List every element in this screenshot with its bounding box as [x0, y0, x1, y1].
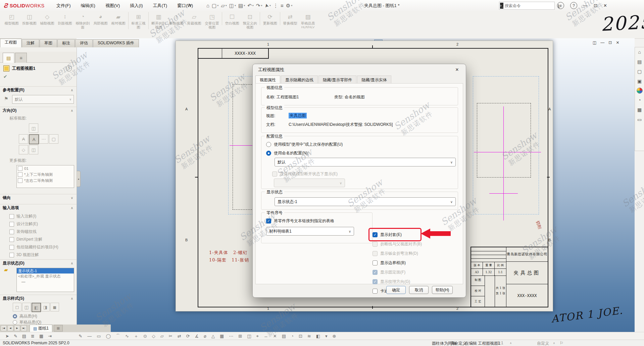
sketch-tool-icon[interactable]: ➤: [5, 334, 9, 339]
select-icon[interactable]: ➤▾: [264, 3, 271, 9]
panel-help-icon[interactable]: ?: [66, 65, 72, 71]
import-option[interactable]: 输入注解(I): [9, 212, 58, 220]
command-search[interactable]: >_ ▾: [499, 2, 555, 10]
configuration-tab[interactable]: ≡: [15, 53, 27, 63]
import-option[interactable]: 3D 视图注解: [9, 251, 58, 259]
view-list-item[interactable]: *左右二等角轴测: [17, 178, 74, 184]
menu-item[interactable]: 视图(V): [105, 3, 120, 9]
next-sheet-icon[interactable]: ▶: [14, 325, 20, 331]
menu-item[interactable]: 文件(F): [56, 3, 71, 9]
display-state-item[interactable]: <前处理>_外观 显示状态: [17, 274, 74, 279]
ribbon-button[interactable]: ▨ 草稿品质 HLR/HLV: [299, 12, 317, 29]
sketch-tool-icon[interactable]: ⇥: [48, 334, 52, 339]
menu-item[interactable]: 插入(I): [130, 3, 143, 9]
sketch-tool-icon[interactable]: ∿: [125, 333, 129, 339]
open-icon[interactable]: ▱▾: [221, 3, 227, 9]
ribbon-button[interactable]: ◕ 局部视图: [92, 12, 109, 25]
display-option-checkbox[interactable]: 显示固定面(F): [373, 267, 422, 277]
wireframe-style-button[interactable]: ◻: [13, 303, 21, 311]
sketch-tool-icon[interactable]: ✎: [14, 334, 17, 339]
ribbon-button[interactable]: ◔ 移除的剖面: [74, 12, 92, 29]
ok-check-icon[interactable]: ✔: [3, 74, 7, 79]
sketch-tool-icon[interactable]: ◔: [291, 333, 294, 339]
display-option-checkbox[interactable]: 显示边界框(B): [373, 258, 422, 267]
hidden-lines-visible-button[interactable]: ◫: [22, 303, 31, 311]
command-tab[interactable]: 草图: [40, 39, 57, 47]
view-orientation-button[interactable]: ◇: [19, 145, 28, 154]
import-option[interactable]: 装饰螺纹线: [9, 228, 58, 236]
named-config-select[interactable]: 默认 ∨: [275, 158, 456, 166]
previous-sheet-icon[interactable]: ◀: [7, 325, 13, 331]
display-pane-icon[interactable]: ≡: [281, 3, 284, 8]
sketch-tool-icon[interactable]: ✂: [169, 333, 172, 339]
ribbon-button[interactable]: ⟳ 更新视图: [260, 12, 279, 25]
view-orientation-button[interactable]: ⋯: [39, 134, 48, 144]
task-pane-icon[interactable]: ◔: [636, 97, 643, 103]
chevron-up-icon[interactable]: ∧: [71, 261, 73, 265]
property-manager-tab[interactable]: ▤: [3, 53, 14, 63]
sketch-tool-icon[interactable]: —: [87, 333, 92, 339]
last-sheet-icon[interactable]: ▶|: [21, 325, 27, 331]
sketch-tool-icon[interactable]: ◯: [106, 333, 111, 339]
sketch-tool-icon[interactable]: ≋: [307, 333, 311, 339]
cancel-button[interactable]: 取消: [409, 286, 429, 294]
sketch-tool-icon[interactable]: ⊙: [143, 333, 147, 339]
view-orientation-button[interactable]: A: [29, 134, 39, 144]
sketch-tool-icon[interactable]: ▦: [39, 334, 43, 339]
checkbox-icon[interactable]: [9, 245, 14, 250]
undo-icon[interactable]: ↶▾: [247, 3, 254, 9]
ribbon-button[interactable]: ↕ 剖面视图: [56, 12, 74, 25]
command-tab[interactable]: 注解: [22, 39, 39, 47]
chevron-up-icon[interactable]: ∧: [71, 88, 73, 92]
chevron-up-icon[interactable]: ∧: [510, 342, 512, 345]
sketch-tool-icon[interactable]: ▾: [325, 333, 328, 339]
sketch-tool-icon[interactable]: ▭: [97, 333, 101, 339]
ribbon-button[interactable]: ◫ 投影视图: [20, 12, 38, 25]
sketch-tool-icon[interactable]: ⟳: [186, 333, 190, 339]
chevron-down-icon[interactable]: ∨: [71, 196, 73, 200]
section-orientation[interactable]: 方向(O) ∧: [0, 107, 77, 114]
checkbox-icon[interactable]: [9, 222, 14, 227]
sketch-tool-icon[interactable]: ⊞: [238, 333, 242, 339]
units-selector[interactable]: 自定义: [537, 341, 549, 346]
command-tab[interactable]: 工程图: [0, 39, 21, 47]
restore-button[interactable]: ⊡: [594, 3, 597, 8]
bom-table-select[interactable]: 材料明细表1 ∨: [266, 227, 354, 236]
use-current-config-radio[interactable]: 使用模型"使用中"或上次保存的配置(U): [266, 142, 343, 147]
first-sheet-icon[interactable]: |◀: [1, 325, 7, 331]
sketch-tool-icon[interactable]: ◇: [152, 333, 155, 339]
checkbox-icon[interactable]: [18, 172, 22, 177]
display-state-item-selected[interactable]: 显示状态-1: [17, 268, 74, 274]
view-list-item[interactable]: 01: [17, 165, 74, 171]
ribbon-button[interactable]: ⇄ 替换模型: [280, 12, 299, 25]
command-tab[interactable]: SOLIDWORKS 插件: [93, 39, 139, 47]
menu-item[interactable]: 编辑(E): [81, 3, 95, 9]
chevron-up-icon[interactable]: ∧: [71, 297, 73, 300]
ribbon-button[interactable]: ⊞ 标准三视图: [128, 12, 147, 29]
view-orientation-button[interactable]: ▢: [49, 134, 58, 144]
display-state-item[interactable]: —: [17, 279, 74, 284]
import-option[interactable]: DimXpert 注解: [9, 236, 58, 243]
account-icon[interactable]: ☺: [557, 2, 564, 9]
ribbon-button[interactable]: ☐ 空白视图: [222, 12, 241, 25]
section-reference-configuration[interactable]: 参考配置(R) ∧: [0, 86, 77, 94]
help-icon[interactable]: ?: [570, 2, 577, 9]
view-orientation-button[interactable]: A: [19, 134, 28, 144]
minimize-button[interactable]: —: [583, 3, 588, 8]
ribbon-button[interactable]: ◇ 辅助视图: [38, 12, 56, 25]
display-option-checkbox[interactable]: 显示钣金折弯注释(D): [373, 249, 422, 258]
section-import-options[interactable]: 输入选项 ∧: [0, 204, 77, 211]
new-document-icon[interactable]: ▢▾: [212, 3, 218, 9]
doc-close-icon[interactable]: ✕: [616, 40, 619, 45]
hidden-lines-removed-button[interactable]: ◧: [32, 303, 41, 312]
chevron-up-icon[interactable]: ∧: [553, 342, 555, 345]
sketch-tool-icon[interactable]: △: [211, 333, 215, 339]
options-gear-icon[interactable]: ⚙▾: [286, 3, 292, 9]
add-sheet-tab[interactable]: ⊞: [54, 325, 63, 332]
doc-restore-icon[interactable]: ⊡: [608, 40, 612, 45]
sketch-tool-icon[interactable]: ▱: [160, 333, 164, 339]
sketch-tool-icon[interactable]: ⊕: [333, 333, 336, 339]
sketch-tool-icon[interactable]: ＋: [134, 333, 138, 339]
ribbon-button[interactable]: ≀ 断裂视图: [167, 12, 185, 25]
ribbon-button[interactable]: ⊡ 预定义的视图: [241, 12, 259, 29]
